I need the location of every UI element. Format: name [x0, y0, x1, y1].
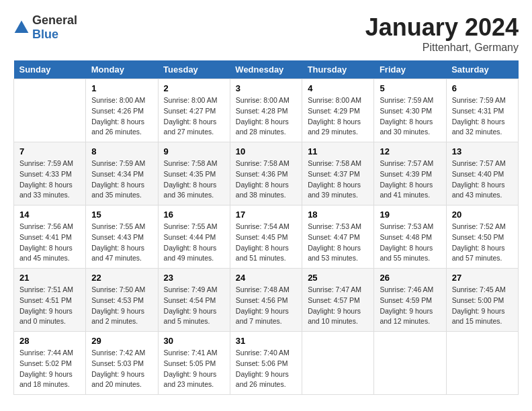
day-info: Sunrise: 7:52 AMSunset: 4:50 PMDaylight:… — [452, 222, 513, 264]
day-number: 27 — [452, 273, 513, 283]
day-info: Sunrise: 7:58 AMSunset: 4:35 PMDaylight:… — [164, 158, 224, 201]
day-info: Sunrise: 7:47 AMSunset: 4:57 PMDaylight:… — [308, 285, 368, 327]
day-info: Sunrise: 7:56 AMSunset: 4:41 PMDaylight:… — [19, 222, 80, 264]
table-row: 29Sunrise: 7:42 AMSunset: 5:03 PMDayligh… — [86, 332, 158, 395]
calendar-week-row: 1Sunrise: 8:00 AMSunset: 4:26 PMDaylight… — [14, 79, 519, 142]
table-row: 7Sunrise: 7:59 AMSunset: 4:33 PMDaylight… — [14, 142, 86, 205]
col-sunday: Sunday — [14, 60, 86, 79]
table-row: 10Sunrise: 7:58 AMSunset: 4:36 PMDayligh… — [230, 142, 302, 205]
calendar-location: Pittenhart, Germany — [365, 42, 519, 54]
day-info: Sunrise: 8:00 AMSunset: 4:29 PMDaylight:… — [308, 95, 368, 138]
day-info: Sunrise: 7:49 AMSunset: 4:54 PMDaylight:… — [164, 285, 224, 327]
table-row: 19Sunrise: 7:53 AMSunset: 4:48 PMDayligh… — [374, 205, 446, 269]
day-info: Sunrise: 7:57 AMSunset: 4:40 PMDaylight:… — [452, 158, 513, 201]
logo-icon — [13, 19, 30, 36]
day-number: 1 — [91, 83, 152, 93]
logo: General Blue — [13, 13, 77, 42]
day-info: Sunrise: 7:59 AMSunset: 4:33 PMDaylight:… — [19, 158, 80, 201]
table-row: 27Sunrise: 7:45 AMSunset: 5:00 PMDayligh… — [446, 269, 518, 332]
day-number: 29 — [91, 336, 152, 346]
table-row: 11Sunrise: 7:58 AMSunset: 4:37 PMDayligh… — [302, 142, 374, 205]
col-thursday: Thursday — [302, 60, 374, 79]
svg-marker-0 — [15, 21, 29, 33]
table-row: 22Sunrise: 7:50 AMSunset: 4:53 PMDayligh… — [86, 269, 158, 332]
day-info: Sunrise: 7:41 AMSunset: 5:05 PMDaylight:… — [164, 348, 224, 390]
day-number: 18 — [308, 210, 368, 220]
day-number: 25 — [308, 273, 368, 283]
day-info: Sunrise: 8:00 AMSunset: 4:26 PMDaylight:… — [91, 95, 152, 138]
day-info: Sunrise: 7:53 AMSunset: 4:48 PMDaylight:… — [380, 222, 440, 264]
table-row: 17Sunrise: 7:54 AMSunset: 4:45 PMDayligh… — [230, 205, 302, 269]
table-row: 30Sunrise: 7:41 AMSunset: 5:05 PMDayligh… — [158, 332, 230, 395]
title-block: January 2024 Pittenhart, Germany — [365, 13, 519, 54]
day-info: Sunrise: 7:51 AMSunset: 4:51 PMDaylight:… — [19, 285, 80, 327]
logo-general: General — [32, 13, 77, 27]
table-row: 8Sunrise: 7:59 AMSunset: 4:34 PMDaylight… — [86, 142, 158, 205]
day-info: Sunrise: 7:44 AMSunset: 5:02 PMDaylight:… — [19, 348, 80, 390]
col-friday: Friday — [374, 60, 446, 79]
day-info: Sunrise: 7:45 AMSunset: 5:00 PMDaylight:… — [452, 285, 513, 327]
day-number: 26 — [380, 273, 440, 283]
day-number: 28 — [19, 336, 80, 346]
col-wednesday: Wednesday — [230, 60, 302, 79]
logo-text: General Blue — [32, 13, 77, 42]
day-number: 19 — [380, 210, 440, 220]
table-row — [374, 332, 446, 395]
table-row: 5Sunrise: 7:59 AMSunset: 4:30 PMDaylight… — [374, 79, 446, 142]
table-row: 1Sunrise: 8:00 AMSunset: 4:26 PMDaylight… — [86, 79, 158, 142]
table-row: 23Sunrise: 7:49 AMSunset: 4:54 PMDayligh… — [158, 269, 230, 332]
day-number: 20 — [452, 210, 513, 220]
logo-blue: Blue — [32, 28, 58, 41]
calendar-week-row: 7Sunrise: 7:59 AMSunset: 4:33 PMDaylight… — [14, 142, 519, 205]
table-row — [14, 79, 86, 142]
col-monday: Monday — [86, 60, 158, 79]
table-row: 31Sunrise: 7:40 AMSunset: 5:06 PMDayligh… — [230, 332, 302, 395]
day-info: Sunrise: 7:40 AMSunset: 5:06 PMDaylight:… — [236, 348, 296, 390]
table-row: 13Sunrise: 7:57 AMSunset: 4:40 PMDayligh… — [446, 142, 518, 205]
calendar-header-row: Sunday Monday Tuesday Wednesday Thursday… — [14, 60, 519, 79]
table-row: 21Sunrise: 7:51 AMSunset: 4:51 PMDayligh… — [14, 269, 86, 332]
table-row — [446, 332, 518, 395]
page-header: General Blue January 2024 Pittenhart, Ge… — [13, 13, 519, 54]
col-tuesday: Tuesday — [158, 60, 230, 79]
col-saturday: Saturday — [446, 60, 518, 79]
day-info: Sunrise: 7:55 AMSunset: 4:44 PMDaylight:… — [164, 222, 224, 264]
day-number: 31 — [236, 336, 296, 346]
day-number: 14 — [19, 210, 80, 220]
table-row — [302, 332, 374, 395]
calendar-week-row: 28Sunrise: 7:44 AMSunset: 5:02 PMDayligh… — [14, 332, 519, 395]
day-number: 8 — [91, 146, 152, 156]
table-row: 28Sunrise: 7:44 AMSunset: 5:02 PMDayligh… — [14, 332, 86, 395]
table-row: 12Sunrise: 7:57 AMSunset: 4:39 PMDayligh… — [374, 142, 446, 205]
day-number: 10 — [236, 146, 296, 156]
table-row: 18Sunrise: 7:53 AMSunset: 4:47 PMDayligh… — [302, 205, 374, 269]
day-number: 7 — [19, 146, 80, 156]
table-row: 15Sunrise: 7:55 AMSunset: 4:43 PMDayligh… — [86, 205, 158, 269]
table-row: 25Sunrise: 7:47 AMSunset: 4:57 PMDayligh… — [302, 269, 374, 332]
day-info: Sunrise: 8:00 AMSunset: 4:27 PMDaylight:… — [164, 95, 224, 138]
day-info: Sunrise: 7:54 AMSunset: 4:45 PMDaylight:… — [236, 222, 296, 264]
day-info: Sunrise: 7:53 AMSunset: 4:47 PMDaylight:… — [308, 222, 368, 264]
table-row: 4Sunrise: 8:00 AMSunset: 4:29 PMDaylight… — [302, 79, 374, 142]
day-number: 2 — [164, 83, 224, 93]
day-number: 5 — [380, 83, 440, 93]
day-info: Sunrise: 7:55 AMSunset: 4:43 PMDaylight:… — [91, 222, 152, 264]
table-row: 20Sunrise: 7:52 AMSunset: 4:50 PMDayligh… — [446, 205, 518, 269]
day-number: 17 — [236, 210, 296, 220]
day-number: 22 — [91, 273, 152, 283]
day-number: 24 — [236, 273, 296, 283]
day-info: Sunrise: 7:42 AMSunset: 5:03 PMDaylight:… — [91, 348, 152, 390]
day-number: 23 — [164, 273, 224, 283]
day-number: 11 — [308, 146, 368, 156]
day-info: Sunrise: 7:57 AMSunset: 4:39 PMDaylight:… — [380, 158, 440, 201]
table-row: 26Sunrise: 7:46 AMSunset: 4:59 PMDayligh… — [374, 269, 446, 332]
day-info: Sunrise: 7:59 AMSunset: 4:30 PMDaylight:… — [380, 95, 440, 138]
table-row: 3Sunrise: 8:00 AMSunset: 4:28 PMDaylight… — [230, 79, 302, 142]
day-number: 4 — [308, 83, 368, 93]
day-info: Sunrise: 7:48 AMSunset: 4:56 PMDaylight:… — [236, 285, 296, 327]
day-number: 13 — [452, 146, 513, 156]
table-row: 16Sunrise: 7:55 AMSunset: 4:44 PMDayligh… — [158, 205, 230, 269]
day-number: 21 — [19, 273, 80, 283]
table-row: 2Sunrise: 8:00 AMSunset: 4:27 PMDaylight… — [158, 79, 230, 142]
day-info: Sunrise: 7:59 AMSunset: 4:31 PMDaylight:… — [452, 95, 513, 138]
